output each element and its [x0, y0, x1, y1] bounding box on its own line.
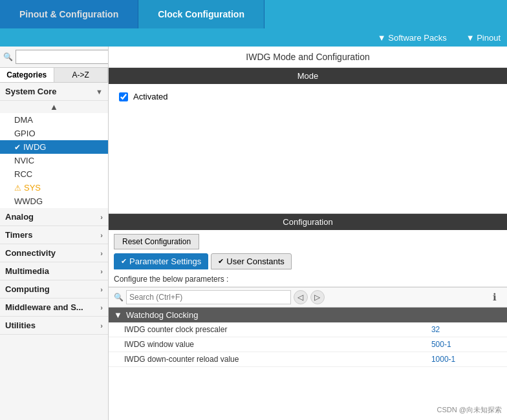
- param-settings-label: Parameter Settings: [129, 257, 201, 266]
- watchdog-clocking-header: ▼ Watchdog Clocking: [109, 308, 507, 322]
- top-nav: Pinout & Configuration Clock Configurati…: [0, 0, 507, 28]
- mode-content: Activated: [109, 84, 507, 213]
- watermark: CSDN @向未知探索: [437, 405, 502, 415]
- sidebar-item-iwdg[interactable]: ✔ IWDG: [0, 140, 108, 154]
- sidebar-item-wwdg[interactable]: WWDG: [0, 194, 108, 208]
- user-constants-label: User Constants: [226, 257, 285, 266]
- param-search-input[interactable]: [126, 290, 291, 304]
- reset-config-button[interactable]: Reset Configuration: [114, 234, 199, 249]
- param-description-label: Configure the below parameters :: [109, 272, 507, 287]
- mode-section: Mode Activated: [109, 68, 507, 213]
- content-title: IWDG Mode and Configuration: [109, 47, 507, 68]
- activated-label: Activated: [133, 92, 167, 101]
- chevron-right-icon: ›: [100, 249, 103, 257]
- system-core-category[interactable]: System Core ▼: [0, 83, 108, 101]
- content-area: IWDG Mode and Configuration Mode Activat…: [109, 47, 507, 420]
- search-icon: 🔍: [3, 52, 13, 61]
- pinout-nav[interactable]: ▼ Pinout: [466, 33, 501, 43]
- wwdg-label: WWDG: [14, 196, 43, 206]
- group-label: Watchdog Clocking: [126, 310, 199, 320]
- chevron-down-icon: ▼: [96, 88, 103, 96]
- chevron-right-icon: ›: [100, 286, 103, 293]
- sidebar-item-dma[interactable]: DMA: [0, 113, 108, 127]
- config-header: Configuration: [109, 214, 507, 230]
- middleware-label: Middleware and S...: [5, 302, 83, 312]
- sidebar-item-sys[interactable]: ⚠ SYS: [0, 181, 108, 194]
- rcc-label: RCC: [14, 169, 32, 179]
- utilities-label: Utilities: [5, 320, 36, 330]
- multimedia-label: Multimedia: [5, 266, 49, 276]
- tab-az[interactable]: A->Z: [54, 68, 109, 82]
- sys-label: SYS: [24, 183, 41, 193]
- sidebar-search-input[interactable]: [16, 50, 109, 64]
- param-name-2: IWDG window value: [109, 337, 426, 352]
- iwdg-label: IWDG: [23, 142, 46, 152]
- software-packs-nav[interactable]: ▼ Software Packs: [378, 33, 447, 43]
- next-search-btn[interactable]: ▷: [310, 290, 325, 304]
- sidebar-item-rcc[interactable]: RCC: [0, 167, 108, 181]
- param-name-3: IWDG down-counter reload value: [109, 352, 426, 367]
- config-tabs: ✔ Parameter Settings ✔ User Constants: [114, 253, 502, 269]
- param-search-row: 🔍 ◁ ▷ ℹ: [109, 287, 507, 308]
- tab-user-constants[interactable]: ✔ User Constants: [211, 253, 292, 269]
- chevron-right-icon: ›: [100, 322, 103, 330]
- chevron-right-icon: ›: [100, 231, 103, 239]
- scroll-up-btn[interactable]: ▲: [0, 101, 108, 113]
- main-layout: 🔍 ⚙ Categories A->Z System Core ▼ ▲ DMA …: [0, 47, 507, 420]
- second-nav: ▼ Software Packs ▼ Pinout: [0, 28, 507, 47]
- sidebar-tabs: Categories A->Z: [0, 68, 108, 83]
- config-section: Configuration Reset Configuration ✔ Para…: [109, 213, 507, 420]
- timers-label: Timers: [5, 230, 32, 240]
- table-row: IWDG window value 500-1: [109, 337, 507, 352]
- connectivity-label: Connectivity: [5, 248, 56, 258]
- info-icon[interactable]: ℹ: [488, 290, 502, 304]
- sidebar: 🔍 ⚙ Categories A->Z System Core ▼ ▲ DMA …: [0, 47, 109, 420]
- computing-category[interactable]: Computing ›: [0, 280, 108, 299]
- dma-label: DMA: [14, 115, 33, 125]
- multimedia-category[interactable]: Multimedia ›: [0, 262, 108, 280]
- clock-config-tab[interactable]: Clock Configuration: [138, 0, 264, 28]
- timers-category[interactable]: Timers ›: [0, 226, 108, 244]
- sidebar-item-gpio[interactable]: GPIO: [0, 127, 108, 140]
- param-value-3[interactable]: 1000-1: [426, 352, 507, 367]
- collapse-icon: ▼: [114, 310, 122, 320]
- computing-label: Computing: [5, 284, 50, 294]
- analog-label: Analog: [5, 212, 34, 222]
- table-row: IWDG counter clock prescaler 32: [109, 322, 507, 337]
- connectivity-category[interactable]: Connectivity ›: [0, 244, 108, 262]
- nvic-label: NVIC: [14, 156, 34, 165]
- check-circle-icon: ✔: [121, 257, 127, 266]
- utilities-category[interactable]: Utilities ›: [0, 317, 108, 335]
- chevron-right-icon: ›: [100, 213, 103, 221]
- tab-parameter-settings[interactable]: ✔ Parameter Settings: [114, 253, 208, 269]
- pinout-config-tab[interactable]: Pinout & Configuration: [0, 0, 138, 28]
- chevron-right-icon: ›: [100, 268, 103, 275]
- activated-checkbox[interactable]: [119, 92, 128, 101]
- warning-icon: ⚠: [14, 184, 21, 193]
- param-value-2[interactable]: 500-1: [426, 337, 507, 352]
- mode-header: Mode: [109, 68, 507, 84]
- chevron-right-icon: ›: [100, 304, 103, 311]
- activated-row: Activated: [119, 92, 497, 101]
- param-name-1: IWDG counter clock prescaler: [109, 322, 426, 337]
- system-core-label: System Core: [5, 87, 56, 96]
- prev-search-btn[interactable]: ◁: [294, 290, 308, 304]
- middleware-category[interactable]: Middleware and S... ›: [0, 299, 108, 317]
- analog-category[interactable]: Analog ›: [0, 208, 108, 226]
- sidebar-search-bar: 🔍 ⚙: [0, 47, 108, 68]
- table-row: IWDG down-counter reload value 1000-1: [109, 352, 507, 367]
- param-table: IWDG counter clock prescaler 32 IWDG win…: [109, 322, 507, 367]
- system-core-subitems: DMA GPIO ✔ IWDG NVIC RCC ⚠ SYS WWDG: [0, 113, 108, 208]
- sidebar-item-nvic[interactable]: NVIC: [0, 154, 108, 167]
- param-search-icon: 🔍: [114, 293, 124, 302]
- gpio-label: GPIO: [14, 129, 36, 138]
- tab-categories[interactable]: Categories: [0, 68, 54, 82]
- check-icon: ✔: [14, 143, 21, 152]
- param-value-1[interactable]: 32: [426, 322, 507, 337]
- check-circle-icon-2: ✔: [218, 257, 224, 266]
